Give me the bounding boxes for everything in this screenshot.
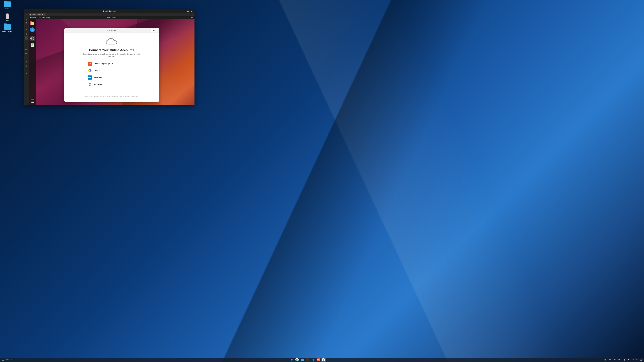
svg-point-3 [8, 14, 8, 14]
tray-network-icon[interactable] [622, 358, 626, 362]
cloud-icon [105, 37, 118, 46]
taskbar-app-vscode[interactable] [311, 358, 315, 362]
power-icon[interactable] [191, 17, 193, 19]
dialog-subtitle: Connect your accounts to easily access y… [82, 53, 141, 57]
keyboard-icon[interactable] [25, 51, 28, 55]
tray-show-desktop-icon[interactable] [639, 358, 643, 362]
tray-lang[interactable]: en [618, 358, 621, 362]
account-row-nextcloud[interactable]: Nextcloud [86, 74, 137, 81]
fullscreen-icon[interactable] [25, 36, 28, 40]
google-icon [88, 68, 92, 73]
activities-button[interactable]: Activities [30, 17, 36, 18]
tray-icon-cloud[interactable] [613, 358, 616, 362]
gnome-clock[interactable]: Dec 1 05:32 [107, 17, 116, 18]
minimize-button[interactable] [182, 10, 186, 13]
desktop-icon-home[interactable]: Home [2, 1, 13, 10]
dialog-title-small: Online Accounts [104, 29, 118, 31]
scale-lines-icon[interactable] [25, 32, 28, 36]
titlebar-title: Quick Connect [103, 10, 116, 12]
maximize-button[interactable] [186, 10, 190, 13]
tray-icon-2[interactable] [608, 358, 612, 362]
home-icon[interactable] [25, 17, 28, 20]
svg-rect-31 [30, 22, 34, 25]
camera-icon[interactable] [25, 64, 28, 68]
svg-rect-13 [26, 29, 27, 31]
svg-rect-49 [88, 84, 90, 86]
svg-rect-55 [301, 359, 304, 361]
expand-icon[interactable] [25, 40, 28, 43]
dialog-footer-text: Accounts can be added and removed at any… [70, 95, 153, 99]
account-row-microsoft[interactable]: Microsoft [86, 81, 137, 88]
scale-down-icon[interactable] [25, 25, 28, 28]
ubuntu-icon: U [88, 62, 92, 66]
svg-rect-61 [640, 359, 642, 361]
taskbar-app-rider[interactable]: RD [316, 358, 320, 362]
current-app-label: Initial Setup [42, 17, 50, 18]
gear-icon [39, 17, 41, 18]
tab-close-icon[interactable]: ● [44, 14, 45, 15]
taskbar-app-chrome[interactable] [295, 358, 299, 362]
close-button[interactable] [190, 10, 194, 13]
quick-connect-window: Quick Connect ⋯ Quick Connect ● [24, 9, 194, 105]
dock-item-settings[interactable] [30, 36, 35, 41]
taskbar-app-terminal[interactable] [306, 358, 310, 362]
desktop-icon-trash[interactable]: Trash [2, 13, 13, 21]
titlebar[interactable]: Quick Connect [24, 9, 194, 13]
qc-toolbar [24, 13, 29, 105]
svg-rect-47 [88, 83, 90, 84]
settings-gear-icon[interactable] [25, 57, 28, 60]
titlebar-controls [182, 9, 194, 13]
desktop-icons: Home Trash LearnArrayDb [2, 1, 13, 32]
microsoft-icon [88, 82, 92, 86]
online-accounts-dialog: Online Accounts Skip Connect Your Online… [64, 28, 159, 102]
remote-viewport: Activities Initial Setup Dec 1 05:32 [29, 16, 194, 105]
session-icon [30, 14, 31, 15]
taskbar-app-files[interactable] [300, 358, 304, 362]
svg-rect-48 [90, 83, 91, 84]
account-row-google[interactable]: Google [86, 67, 137, 74]
skip-button[interactable]: Skip [151, 29, 158, 32]
scale-lines2-icon[interactable] [25, 44, 28, 47]
chevron-down-icon[interactable] [25, 68, 28, 72]
dock-item-files[interactable] [30, 20, 35, 26]
svg-point-26 [40, 17, 40, 18]
tray-icon-1[interactable] [603, 358, 607, 362]
svg-point-2 [6, 14, 7, 14]
account-label: Ubuntu Single Sign-On [94, 63, 113, 65]
trash-icon [5, 13, 10, 19]
dock-item-help[interactable]: ? [30, 27, 35, 32]
multi-monitor-icon[interactable] [25, 47, 28, 51]
taskbar-weather[interactable]: 12.2 °C [6, 359, 12, 361]
tray-clock[interactable]: 05 : 32 [632, 358, 638, 362]
session-tab[interactable]: Quick Connect ● [29, 13, 46, 16]
accounts-list: U Ubuntu Single Sign-On Google [86, 60, 137, 88]
new-window-icon[interactable] [25, 21, 28, 24]
taskbar-launcher-icon[interactable] [1, 358, 5, 362]
tray-volume-icon[interactable] [627, 358, 631, 362]
svg-point-23 [26, 58, 27, 59]
desktop-icon-label: Trash [5, 20, 10, 21]
tab-strip: ⋯ Quick Connect ● [29, 13, 46, 16]
svg-rect-30 [30, 21, 32, 22]
tools-icon[interactable] [25, 60, 28, 64]
account-row-ubuntu[interactable]: U Ubuntu Single Sign-On [86, 60, 137, 67]
account-label: Microsoft [94, 83, 102, 85]
svg-point-25 [26, 66, 27, 66]
desktop-icon-learnarraydb[interactable]: LearnArrayDb [2, 24, 13, 32]
svg-rect-5 [188, 11, 188, 12]
svg-point-9 [30, 14, 31, 15]
svg-rect-21 [26, 53, 27, 54]
taskbar-app-layers[interactable] [290, 358, 294, 362]
dock-item-trash[interactable] [30, 42, 35, 48]
fit-window-icon[interactable] [25, 28, 28, 32]
menu-dots-icon[interactable]: ⋯ [24, 13, 29, 16]
tab-label: Quick Connect [32, 14, 43, 15]
current-app-indicator[interactable]: Initial Setup [39, 17, 50, 18]
svg-point-1 [6, 14, 8, 14]
dock-apps-grid-icon[interactable] [30, 98, 35, 104]
taskbar-app-quickconnect[interactable] [321, 358, 326, 362]
dialog-heading: Connect Your Online Accounts [70, 48, 153, 52]
folder-icon [4, 24, 11, 30]
gnome-topbar: Activities Initial Setup Dec 1 05:32 [29, 16, 194, 19]
disconnect-icon[interactable] [25, 72, 28, 75]
